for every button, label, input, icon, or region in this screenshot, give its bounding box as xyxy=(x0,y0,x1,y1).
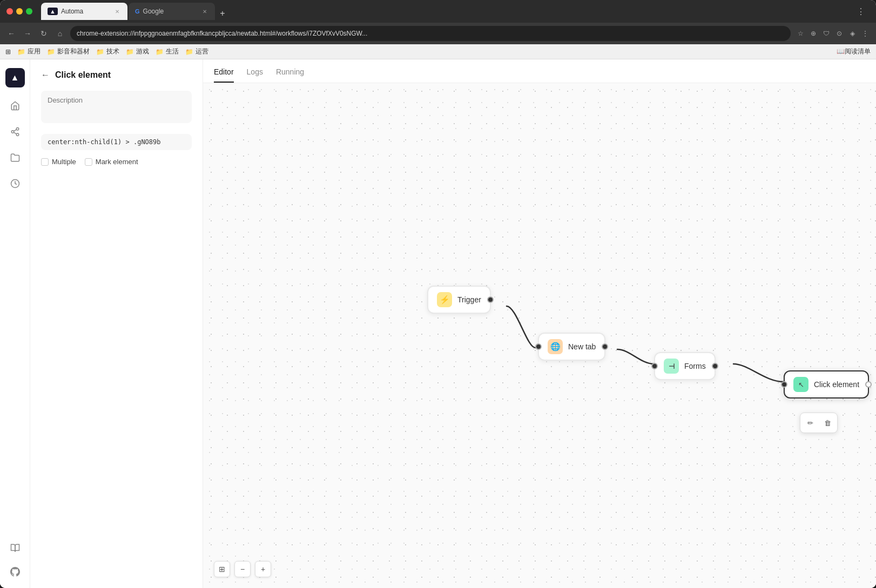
forms-output-connector[interactable] xyxy=(712,363,718,369)
canvas-controls: ⊞ − + xyxy=(214,561,271,577)
sidebar-item-storage[interactable] xyxy=(8,150,23,165)
mark-element-checkbox-box[interactable] xyxy=(85,158,92,166)
title-bar: ▲ Automa ✕ G Google ✕ + ⋮ xyxy=(0,0,876,23)
bookmark-apps[interactable]: 📁应用 xyxy=(17,47,41,56)
app-logo[interactable]: ▲ xyxy=(5,68,25,87)
multiple-checkbox-box[interactable] xyxy=(41,158,49,166)
fit-view-button[interactable]: ⊞ xyxy=(214,561,230,577)
forms-input-connector[interactable] xyxy=(651,363,658,369)
extension-icon-3[interactable]: ⊙ xyxy=(834,28,845,39)
bookmarks-bar: ⊞ 📁应用 📁影音和器材 📁技术 📁游戏 📁生活 📁运营 📖阅读清单 xyxy=(0,44,876,59)
zoom-out-button[interactable]: − xyxy=(234,561,251,577)
address-input[interactable] xyxy=(70,26,791,41)
bookmark-ops[interactable]: 📁运营 xyxy=(185,47,208,56)
new-tab-input-connector[interactable] xyxy=(535,343,542,350)
trigger-output-connector[interactable] xyxy=(487,296,494,303)
tab-automa-label: Automa xyxy=(61,8,83,15)
bookmark-media[interactable]: 📁影音和器材 xyxy=(47,47,90,56)
mark-element-checkbox[interactable]: Mark element xyxy=(85,158,138,166)
address-bar: ← → ↻ ⌂ ☆ ⊕ 🛡 ⊙ ◈ ⋮ xyxy=(0,23,876,44)
close-traffic-light[interactable] xyxy=(6,8,13,15)
sidebar-item-github[interactable] xyxy=(8,564,23,579)
browser-toolbar-icons: ☆ ⊕ 🛡 ⊙ ◈ ⋮ xyxy=(795,28,871,39)
panel-header: ← Click element xyxy=(41,70,192,80)
click-element-label: Click element xyxy=(814,380,859,389)
panel-title: Click element xyxy=(55,70,111,80)
minimize-traffic-light[interactable] xyxy=(16,8,23,15)
canvas-tabs: Editor Logs Running xyxy=(203,59,876,83)
forms-icon: ⊣ xyxy=(664,359,679,374)
bookmark-tech[interactable]: 📁技术 xyxy=(96,47,119,56)
edit-node-button[interactable]: ✏ xyxy=(803,415,818,430)
bookmark-games[interactable]: 📁游戏 xyxy=(126,47,149,56)
back-nav-button[interactable]: ← xyxy=(5,28,17,39)
new-tab-button[interactable]: + xyxy=(216,7,229,20)
sidebar-item-workflows[interactable] xyxy=(8,124,23,139)
node-forms[interactable]: ⊣ Forms xyxy=(654,352,716,380)
sidebar-item-home[interactable] xyxy=(8,98,23,113)
zoom-in-button[interactable]: + xyxy=(255,561,271,577)
trigger-icon: ⚡ xyxy=(437,292,452,307)
node-toolbar: ✏ 🗑 xyxy=(800,413,838,433)
automa-favicon: ▲ xyxy=(48,8,58,15)
checkboxes-container: Multiple Mark element xyxy=(41,158,192,166)
extension-icon-1[interactable]: ⊕ xyxy=(808,28,819,39)
tab-running[interactable]: Running xyxy=(276,67,304,83)
node-trigger[interactable]: ⚡ Trigger xyxy=(427,286,491,314)
home-nav-button[interactable]: ⌂ xyxy=(54,28,66,39)
maximize-traffic-light[interactable] xyxy=(26,8,32,15)
new-tab-output-connector[interactable] xyxy=(602,343,608,350)
tab-logs[interactable]: Logs xyxy=(247,67,263,83)
app-sidebar: ▲ xyxy=(0,59,30,588)
tab-automa[interactable]: ▲ Automa ✕ xyxy=(41,3,127,20)
svg-point-0 xyxy=(16,128,19,131)
sidebar-item-docs[interactable] xyxy=(8,540,23,556)
sidebar-item-history[interactable] xyxy=(8,176,23,191)
bookmark-icon[interactable]: ☆ xyxy=(795,28,806,39)
workflow-canvas[interactable]: ⚡ Trigger 🌐 New tab xyxy=(203,83,876,588)
selector-input[interactable] xyxy=(41,134,192,150)
sidebar-bottom xyxy=(8,540,23,579)
click-element-icon: ↖ xyxy=(793,377,808,392)
refresh-nav-button[interactable]: ↻ xyxy=(38,28,50,39)
canvas-area: Editor Logs Running ⚡ Trigger xyxy=(203,59,876,588)
node-new-tab[interactable]: 🌐 New tab xyxy=(538,333,605,361)
multiple-checkbox[interactable]: Multiple xyxy=(41,158,76,166)
left-panel: ← Click element Multiple Mark element xyxy=(30,59,203,588)
svg-point-2 xyxy=(16,133,19,136)
window-controls[interactable]: ⋮ xyxy=(857,6,870,17)
click-element-input-connector[interactable] xyxy=(781,381,787,388)
delete-node-button[interactable]: 🗑 xyxy=(820,415,835,430)
svg-line-3 xyxy=(14,132,16,134)
more-options-icon[interactable]: ⋮ xyxy=(860,28,871,39)
description-input[interactable] xyxy=(41,91,192,123)
tab-google-label: Google xyxy=(143,8,164,15)
tab-automa-close[interactable]: ✕ xyxy=(113,8,121,15)
new-tab-label: New tab xyxy=(568,342,596,351)
tab-editor[interactable]: Editor xyxy=(214,67,234,83)
google-favicon: G xyxy=(135,8,140,15)
new-tab-icon: 🌐 xyxy=(548,339,563,354)
tab-google-close[interactable]: ✕ xyxy=(201,8,208,15)
reading-list-button[interactable]: 📖阅读清单 xyxy=(837,47,871,56)
traffic-lights xyxy=(6,8,32,15)
svg-line-4 xyxy=(14,130,16,131)
tab-google[interactable]: G Google ✕ xyxy=(129,3,215,20)
forward-nav-button[interactable]: → xyxy=(22,28,33,39)
back-button[interactable]: ← xyxy=(41,70,50,80)
app-content: ▲ xyxy=(0,59,876,588)
svg-point-1 xyxy=(11,131,14,133)
tabs-bar: ▲ Automa ✕ G Google ✕ + xyxy=(37,3,852,20)
node-click-element[interactable]: ↖ Click element xyxy=(784,370,869,398)
extension-icon-4[interactable]: ◈ xyxy=(847,28,858,39)
forms-label: Forms xyxy=(684,362,706,370)
bookmark-life[interactable]: 📁生活 xyxy=(156,47,179,56)
trigger-label: Trigger xyxy=(457,295,481,304)
apps-grid-icon[interactable]: ⊞ xyxy=(5,48,11,56)
extension-icon-2[interactable]: 🛡 xyxy=(821,28,832,39)
click-element-output-connector[interactable] xyxy=(865,381,872,388)
